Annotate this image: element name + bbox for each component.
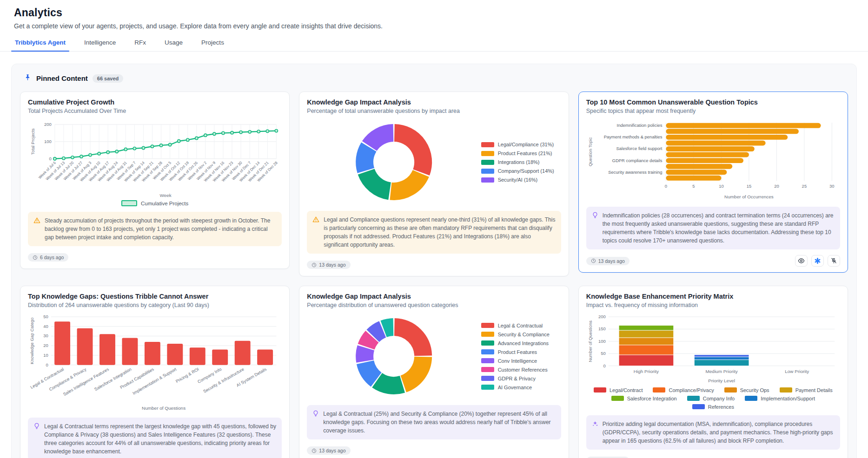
- svg-text:15: 15: [746, 183, 751, 189]
- insight-box: Indemnification policies (28 occurrences…: [586, 207, 840, 249]
- pin-icon: [24, 73, 32, 83]
- insight-text: Legal & Contractual (25%) and Security &…: [323, 410, 555, 435]
- card-subtitle: Specific topics that appear most frequen…: [586, 108, 840, 114]
- tab-rfx[interactable]: RFx: [133, 39, 147, 51]
- legend-item: Customer References: [481, 367, 560, 373]
- legend-item: Salesforce Integration: [611, 396, 677, 401]
- card-title: Knowledge Gap Impact Analysis: [307, 293, 561, 300]
- insight-text: Prioritize adding legal documentation (M…: [603, 420, 835, 445]
- svg-text:30: 30: [43, 333, 48, 338]
- page-subtitle: Get a complete view of your agents, proj…: [14, 22, 854, 30]
- warning-icon: [33, 216, 40, 242]
- svg-text:Low Priority: Low Priority: [785, 369, 809, 374]
- svg-text:200: 200: [44, 122, 52, 127]
- clock-icon: [311, 448, 317, 453]
- chart-legend: Legal/ContractCompliance/PrivacySecurity…: [586, 387, 840, 410]
- card-title: Cumulative Project Growth: [28, 98, 282, 106]
- card-knowledge-gap-impact-2[interactable]: Knowledge Gap Impact Analysis Percentage…: [299, 286, 569, 458]
- svg-text:High Priority: High Priority: [634, 369, 659, 374]
- insight-box: Legal & Contractual terms represent the …: [28, 418, 282, 458]
- tab-projects[interactable]: Projects: [200, 39, 225, 51]
- insight-text: Steady accumulation of projects througho…: [45, 216, 276, 242]
- legend-item: Conv Intelligence: [481, 358, 560, 364]
- svg-text:Question Topic: Question Topic: [588, 137, 593, 166]
- legend-item: Integrations (18%): [481, 159, 560, 165]
- ai-analyze-button[interactable]: [811, 255, 824, 267]
- svg-text:Priority Level: Priority Level: [708, 378, 735, 383]
- svg-text:0: 0: [49, 156, 52, 161]
- legend-item: Legal/Compliance (31%): [481, 142, 560, 147]
- warning-icon: [312, 216, 319, 249]
- legend-item: Company Info: [687, 396, 735, 401]
- legend-item: GDPR & Privacy: [481, 376, 560, 381]
- tab-tribblytics-agent[interactable]: Tribblytics Agent: [14, 39, 66, 51]
- insight-text: Legal and Compliance questions represent…: [324, 216, 555, 249]
- card-top10-unanswerable-topics[interactable]: Top 10 Most Common Unanswerable Question…: [578, 92, 848, 273]
- svg-text:Payment methods & penalties: Payment methods & penalties: [603, 134, 662, 139]
- card-subtitle: Total Projects Accumulated Over Time: [28, 108, 282, 114]
- sparkles-icon: [592, 420, 598, 445]
- svg-text:Indemnification policies: Indemnification policies: [616, 123, 662, 128]
- card-cumulative-project-growth[interactable]: Cumulative Project Growth Total Projects…: [20, 92, 290, 269]
- svg-text:Compliance & Privacy: Compliance & Privacy: [48, 367, 87, 392]
- svg-text:200: 200: [598, 314, 606, 319]
- tab-usage[interactable]: Usage: [164, 39, 184, 51]
- svg-text:Knowledge Gap Catego: Knowledge Gap Catego: [29, 318, 34, 365]
- svg-text:20: 20: [774, 183, 779, 189]
- tabbar: Tribblytics AgentIntelligenceRFxUsagePro…: [0, 39, 868, 52]
- insight-text: Indemnification policies (28 occurrences…: [603, 211, 835, 245]
- legend-item: Security/AI (16%): [481, 177, 560, 183]
- lightbulb-icon: [33, 422, 40, 456]
- timestamp-badge: 6 days ago: [28, 253, 68, 262]
- donut-chart: Legal & ContractualSecurity & Compliance…: [307, 313, 561, 399]
- bar-chart: 01020304050Legal & ContractualCompliance…: [28, 313, 282, 412]
- pinned-title: Pinned Content: [36, 74, 88, 82]
- unpin-button[interactable]: [828, 255, 840, 267]
- page-title: Analytics: [14, 7, 854, 19]
- insight-box: Steady accumulation of projects througho…: [28, 212, 282, 246]
- svg-text:10: 10: [719, 183, 724, 189]
- tab-intelligence[interactable]: Intelligence: [83, 39, 117, 51]
- card-knowledge-gap-impact-1[interactable]: Knowledge Gap Impact Analysis Percentage…: [299, 92, 569, 276]
- chart-legend: Legal/Compliance (31%)Product Features (…: [481, 142, 561, 183]
- card-actions: [795, 255, 840, 267]
- chart-legend: Cumulative Projects: [28, 200, 282, 206]
- clock-icon: [311, 262, 317, 268]
- card-top-knowledge-gaps[interactable]: Top Knowledge Gaps: Questions Tribble Ca…: [20, 286, 290, 458]
- svg-text:40: 40: [43, 324, 48, 329]
- svg-text:100: 100: [598, 339, 606, 344]
- svg-text:Number of Questions: Number of Questions: [142, 406, 186, 411]
- legend-item: Legal & Contractual: [481, 323, 560, 328]
- svg-text:150: 150: [598, 326, 606, 331]
- timestamp-badge: 13 days ago: [307, 261, 350, 269]
- insight-box: Legal and Compliance questions represent…: [307, 211, 561, 254]
- legend-item: Security Ops: [724, 387, 769, 393]
- card-subtitle: Distribution of 264 unanswerable questio…: [28, 302, 282, 308]
- clock-icon: [33, 255, 38, 260]
- legend-item: Implementation/Support: [745, 396, 815, 401]
- lightbulb-icon: [312, 410, 319, 435]
- svg-text:Salesforce Integration: Salesforce Integration: [93, 367, 132, 392]
- insight-box: Prioritize adding legal documentation (M…: [586, 415, 840, 450]
- legend-item: Company/Support (14%): [481, 168, 560, 174]
- unpin-icon: [830, 257, 837, 264]
- legend-item: Legal/Contract: [594, 387, 643, 393]
- svg-text:100: 100: [44, 139, 52, 144]
- page-header: Analytics Get a complete view of your ag…: [0, 0, 868, 30]
- svg-text:50: 50: [43, 314, 48, 319]
- stacked-bar-chart: 050100150200High PriorityMedium Priority…: [586, 313, 840, 410]
- svg-text:Number of Questions: Number of Questions: [588, 321, 593, 362]
- pinned-cards-grid: Cumulative Project Growth Total Projects…: [20, 92, 848, 458]
- svg-text:10: 10: [43, 353, 48, 358]
- view-button[interactable]: [795, 255, 808, 267]
- card-subtitle: Impact vs. frequency of missing informat…: [586, 302, 840, 308]
- ai-spark-icon: [814, 257, 821, 264]
- card-priority-matrix[interactable]: Knowledge Base Enhancement Priority Matr…: [578, 286, 848, 458]
- card-title: Top 10 Most Common Unanswerable Question…: [586, 98, 840, 106]
- horizontal-bar-chart: 051015202530Indemnification policiesPaym…: [586, 119, 840, 201]
- timestamp-badge: 13 days ago: [307, 446, 350, 455]
- pinned-content-section: Pinned Content 66 saved Cumulative Proje…: [11, 64, 857, 458]
- insight-text: Legal & Contractual terms represent the …: [44, 422, 276, 456]
- svg-text:30: 30: [829, 183, 835, 189]
- svg-text:50: 50: [601, 351, 606, 356]
